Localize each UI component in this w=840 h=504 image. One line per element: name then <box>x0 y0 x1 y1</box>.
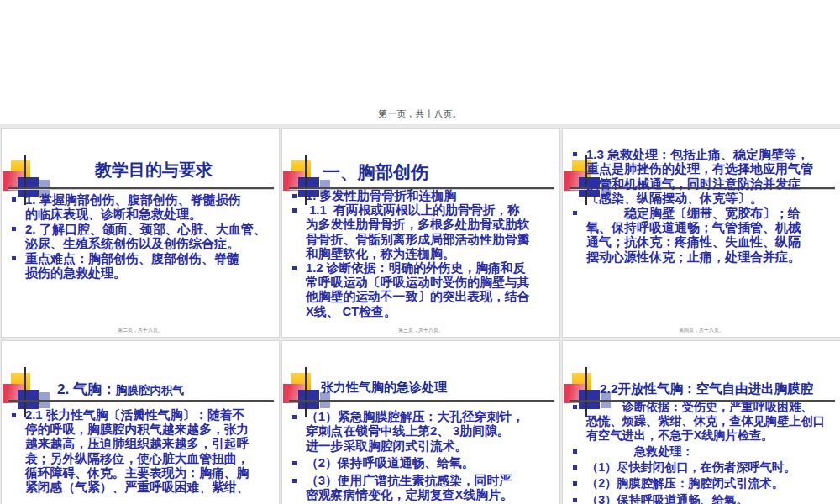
title-underline <box>8 400 274 402</box>
slide-bullet-list: 1. 多发性肋骨骨折和连枷胸 1.1 有两根或两根以上的肋骨骨折，称 为多发性肋… <box>289 189 557 319</box>
slide-page-caption: 第二页，共十八页。 <box>2 327 279 334</box>
bullet-item: 2.1 张力性气胸〔活瓣性气胸〕：随着不 停的呼吸，胸膜腔内积气越来越多，张力 … <box>8 408 276 495</box>
slide-bullet-list: 诊断依据：受伤史，严重呼吸困难、 恐慌、烦躁、紫绀、休克，查体见胸壁上创口 有空… <box>570 400 837 504</box>
slide-thumbnail-1[interactable]: 教学目的与要求 1. 掌握胸部创伤、腹部创伤、脊髓损伤 的临床表现、诊断和急救处… <box>2 129 279 337</box>
slide-bullet-list: 1. 掌握胸部创伤、腹部创伤、脊髓损伤 的临床表现、诊断和急救处理。2. 了解口… <box>8 192 276 280</box>
bullet-item: （1）紧急胸膜腔解压：大孔径穿刺针， 穿刺点在锁骨中线上第2、 3肋间隙。 进一… <box>289 410 557 454</box>
slide-title: 2.2开放性气胸：空气自由进出胸膜腔 <box>600 381 813 398</box>
slide-title: 一、胸部创伤 <box>323 160 428 184</box>
title-underline <box>289 400 554 402</box>
bullet-item: 重点难点：胸部创伤、腹部创伤、脊髓 损伤的急救处理。 <box>8 251 276 281</box>
page-top-margin <box>0 0 840 124</box>
slide-bullet-list: 1.3 急救处理：包括止痛、稳定胸壁等， 重点是肺挫伤的处理，有选择地应用气管 … <box>570 147 837 264</box>
bullet-item: （2）胸膜腔解压：胸腔闭式引流术。 <box>570 476 837 491</box>
slide-page-caption: 第四页，共十八页。 <box>563 327 840 334</box>
slide-bullet-list: 2.1 张力性气胸〔活瓣性气胸〕：随着不 停的呼吸，胸膜腔内积气越来越多，张力 … <box>8 408 276 495</box>
slides-overview-page: 第一页，共十八页。 教学目的与要求 1. 掌握胸部创伤、腹部创伤、脊髓损伤 的临… <box>0 0 840 504</box>
slide-bullet-list: （1）紧急胸膜腔解压：大孔径穿刺针， 穿刺点在锁骨中线上第2、 3肋间隙。 进一… <box>289 410 557 504</box>
slide-thumbnail-5[interactable]: 张力性气胸的急诊处理 （1）紧急胸膜腔解压：大孔径穿刺针， 穿刺点在锁骨中线上第… <box>282 341 559 504</box>
bullet-item: （3）保持呼吸道通畅、给氧。 <box>570 493 837 504</box>
bullet-item: 1.2 诊断依据：明确的外伤史，胸痛和反 常呼吸运动〔呼吸运动时受伤的胸壁与其 … <box>289 261 557 319</box>
bullet-item: （2）保持呼吸道通畅、给氧。 <box>289 456 557 470</box>
bullet-item: 1.1 有两根或两根以上的肋骨骨折，称 为多发性肋骨骨折，多根多处肋骨或肋软 骨… <box>289 203 557 261</box>
slide-title: 教学目的与要求 <box>35 159 272 181</box>
bullet-item: 1.3 急救处理：包括止痛、稳定胸壁等， 重点是肺挫伤的处理，有选择地应用气管 … <box>570 147 837 206</box>
slide-thumbnail-3[interactable]: 1.3 急救处理：包括止痛、稳定胸壁等， 重点是肺挫伤的处理，有选择地应用气管 … <box>563 129 840 337</box>
bullet-item: 1. 掌握胸部创伤、腹部创伤、脊髓损伤 的临床表现、诊断和急救处理。 <box>8 192 276 222</box>
bullet-item: 诊断依据：受伤史，严重呼吸困难、 恐慌、烦躁、紫绀、休克，查体见胸壁上创口 有空… <box>570 400 837 442</box>
slide-page-caption: 第三页，共十八页。 <box>282 327 559 334</box>
page-number-caption: 第一页，共十八页。 <box>0 108 840 120</box>
slide-thumbnail-6[interactable]: 2.2开放性气胸：空气自由进出胸膜腔 诊断依据：受伤史，严重呼吸困难、 恐慌、烦… <box>563 341 840 504</box>
bullet-item: 急救处理： <box>570 444 837 459</box>
slide-title: 2. 气胸：胸膜腔内积气 <box>57 380 184 399</box>
slide-title: 张力性气胸的急诊处理 <box>321 380 447 396</box>
bullet-item: （1）尽快封闭创口，在伤者深呼气时。 <box>570 460 837 475</box>
slide-title-sub: 胸膜腔内积气 <box>116 384 184 396</box>
bullet-item: 2. 了解口腔、颌面、颈部、心脏、大血管、 泌尿、生殖系统创伤以及创伤综合症。 <box>8 222 276 251</box>
slide-thumbnail-4[interactable]: 2. 气胸：胸膜腔内积气 2.1 张力性气胸〔活瓣性气胸〕：随着不 停的呼吸，胸… <box>2 341 279 504</box>
bullet-item: 1. 多发性肋骨骨折和连枷胸 <box>289 189 557 203</box>
slide-title-main: 2. 气胸： <box>57 381 116 397</box>
bullet-item: 稳定胸壁〔绷带、宽胶布〕；给 氧、保持呼吸道通畅；气管插管、机械 通气；抗休克：… <box>570 206 837 265</box>
title-underline <box>8 187 274 190</box>
slide-thumbnail-2[interactable]: 一、胸部创伤 1. 多发性肋骨骨折和连枷胸 1.1 有两根或两根以上的肋骨骨折，… <box>282 129 559 337</box>
bullet-item: （3）使用广谱抗生素抗感染，同时严 密观察病情变化，定期复查X线胸片。 <box>289 474 557 503</box>
